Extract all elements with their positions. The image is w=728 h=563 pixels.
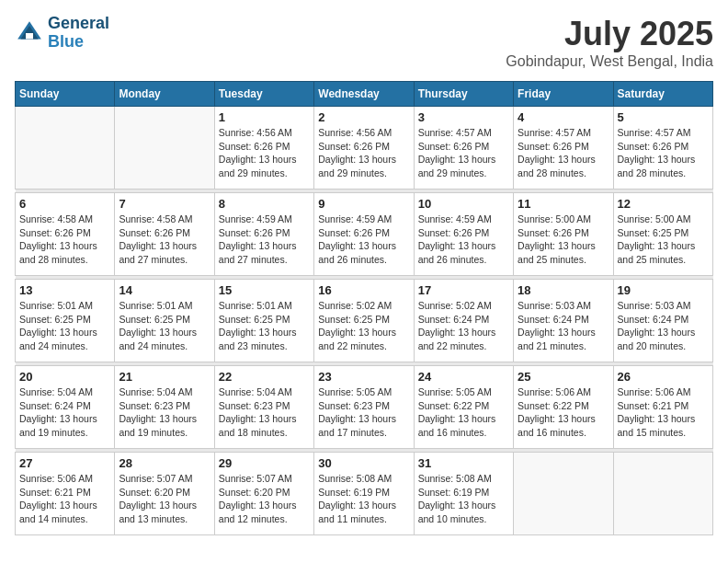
day-number: 10: [418, 197, 509, 211]
calendar-cell-w5-d7: [613, 453, 712, 535]
month-year-title: July 2025: [506, 15, 713, 53]
calendar-cell-w1-d7: 5Sunrise: 4:57 AMSunset: 6:26 PMDaylight…: [613, 107, 712, 190]
day-number: 9: [318, 197, 409, 211]
calendar-cell-w4-d5: 24Sunrise: 5:05 AMSunset: 6:22 PMDayligh…: [414, 366, 513, 449]
week-row-1: 1Sunrise: 4:56 AMSunset: 6:26 PMDaylight…: [16, 107, 713, 190]
cell-sun-info: Sunrise: 5:04 AMSunset: 6:24 PMDaylight:…: [19, 385, 110, 440]
calendar-cell-w3-d7: 19Sunrise: 5:03 AMSunset: 6:24 PMDayligh…: [613, 280, 712, 362]
calendar-cell-w1-d6: 4Sunrise: 4:57 AMSunset: 6:26 PMDaylight…: [514, 107, 613, 190]
day-number: 19: [618, 283, 709, 297]
calendar-cell-w2-d3: 8Sunrise: 4:59 AMSunset: 6:26 PMDaylight…: [214, 193, 313, 276]
cell-sun-info: Sunrise: 5:03 AMSunset: 6:24 PMDaylight:…: [518, 299, 609, 353]
cell-sun-info: Sunrise: 4:57 AMSunset: 6:26 PMDaylight:…: [618, 126, 709, 180]
cell-sun-info: Sunrise: 5:02 AMSunset: 6:25 PMDaylight:…: [318, 299, 409, 353]
cell-sun-info: Sunrise: 5:04 AMSunset: 6:23 PMDaylight:…: [119, 385, 210, 440]
weekday-header-row: Sunday Monday Tuesday Wednesday Thursday…: [16, 82, 713, 107]
cell-sun-info: Sunrise: 5:06 AMSunset: 6:21 PMDaylight:…: [19, 472, 110, 526]
header-thursday: Thursday: [414, 82, 513, 107]
cell-sun-info: Sunrise: 5:01 AMSunset: 6:25 PMDaylight:…: [219, 299, 310, 353]
calendar-cell-w2-d7: 12Sunrise: 5:00 AMSunset: 6:25 PMDayligh…: [613, 193, 712, 276]
calendar-cell-w4-d7: 26Sunrise: 5:06 AMSunset: 6:21 PMDayligh…: [613, 366, 712, 449]
cell-sun-info: Sunrise: 4:59 AMSunset: 6:26 PMDaylight:…: [418, 213, 509, 267]
day-number: 28: [119, 456, 210, 470]
cell-sun-info: Sunrise: 4:56 AMSunset: 6:26 PMDaylight:…: [219, 126, 310, 180]
day-number: 5: [618, 110, 709, 124]
day-number: 23: [318, 370, 409, 384]
cell-sun-info: Sunrise: 4:57 AMSunset: 6:26 PMDaylight:…: [418, 126, 509, 180]
week-row-4: 20Sunrise: 5:04 AMSunset: 6:24 PMDayligh…: [16, 366, 713, 449]
day-number: 26: [618, 370, 709, 384]
calendar-cell-w4-d6: 25Sunrise: 5:06 AMSunset: 6:22 PMDayligh…: [514, 366, 613, 449]
calendar-cell-w4-d2: 21Sunrise: 5:04 AMSunset: 6:23 PMDayligh…: [115, 366, 214, 449]
day-number: 21: [119, 370, 210, 384]
cell-sun-info: Sunrise: 5:08 AMSunset: 6:19 PMDaylight:…: [418, 472, 509, 526]
logo-text: General Blue: [48, 15, 109, 52]
day-number: 4: [518, 110, 609, 124]
week-row-5: 27Sunrise: 5:06 AMSunset: 6:21 PMDayligh…: [16, 453, 713, 535]
day-number: 29: [219, 456, 310, 470]
calendar-cell-w5-d5: 31Sunrise: 5:08 AMSunset: 6:19 PMDayligh…: [414, 453, 513, 535]
day-number: 3: [418, 110, 509, 124]
day-number: 27: [19, 456, 110, 470]
calendar-cell-w2-d2: 7Sunrise: 4:58 AMSunset: 6:26 PMDaylight…: [115, 193, 214, 276]
day-number: 14: [119, 283, 210, 297]
cell-sun-info: Sunrise: 5:01 AMSunset: 6:25 PMDaylight:…: [19, 299, 110, 353]
day-number: 6: [19, 197, 110, 211]
cell-sun-info: Sunrise: 5:06 AMSunset: 6:22 PMDaylight:…: [518, 385, 609, 440]
day-number: 22: [219, 370, 310, 384]
calendar-cell-w2-d1: 6Sunrise: 4:58 AMSunset: 6:26 PMDaylight…: [16, 193, 115, 276]
day-number: 8: [219, 197, 310, 211]
cell-sun-info: Sunrise: 5:00 AMSunset: 6:25 PMDaylight:…: [618, 213, 709, 267]
cell-sun-info: Sunrise: 5:06 AMSunset: 6:21 PMDaylight:…: [618, 385, 709, 440]
calendar-table: Sunday Monday Tuesday Wednesday Thursday…: [15, 81, 713, 535]
cell-sun-info: Sunrise: 5:05 AMSunset: 6:22 PMDaylight:…: [418, 385, 509, 440]
cell-sun-info: Sunrise: 5:07 AMSunset: 6:20 PMDaylight:…: [219, 472, 310, 526]
day-number: 25: [518, 370, 609, 384]
calendar-cell-w1-d1: [16, 107, 115, 190]
calendar-cell-w1-d5: 3Sunrise: 4:57 AMSunset: 6:26 PMDaylight…: [414, 107, 513, 190]
week-row-3: 13Sunrise: 5:01 AMSunset: 6:25 PMDayligh…: [16, 280, 713, 362]
cell-sun-info: Sunrise: 5:01 AMSunset: 6:25 PMDaylight:…: [119, 299, 210, 353]
cell-sun-info: Sunrise: 4:57 AMSunset: 6:26 PMDaylight:…: [518, 126, 609, 180]
calendar-cell-w5-d1: 27Sunrise: 5:06 AMSunset: 6:21 PMDayligh…: [16, 453, 115, 535]
calendar-cell-w3-d4: 16Sunrise: 5:02 AMSunset: 6:25 PMDayligh…: [314, 280, 414, 362]
calendar-cell-w1-d3: 1Sunrise: 4:56 AMSunset: 6:26 PMDaylight…: [214, 107, 313, 190]
header-monday: Monday: [115, 82, 214, 107]
title-block: July 2025 Gobindapur, West Bengal, India: [506, 15, 713, 70]
day-number: 7: [119, 197, 210, 211]
cell-sun-info: Sunrise: 5:00 AMSunset: 6:26 PMDaylight:…: [518, 213, 609, 267]
calendar-cell-w2-d6: 11Sunrise: 5:00 AMSunset: 6:26 PMDayligh…: [514, 193, 613, 276]
day-number: 12: [618, 197, 709, 211]
day-number: 2: [318, 110, 409, 124]
day-number: 31: [418, 456, 509, 470]
day-number: 1: [219, 110, 310, 124]
cell-sun-info: Sunrise: 4:56 AMSunset: 6:26 PMDaylight:…: [318, 126, 409, 180]
day-number: 30: [318, 456, 409, 470]
day-number: 20: [19, 370, 110, 384]
calendar-cell-w1-d4: 2Sunrise: 4:56 AMSunset: 6:26 PMDaylight…: [314, 107, 414, 190]
day-number: 13: [19, 283, 110, 297]
day-number: 11: [518, 197, 609, 211]
cell-sun-info: Sunrise: 4:59 AMSunset: 6:26 PMDaylight:…: [318, 213, 409, 267]
calendar-cell-w3-d5: 17Sunrise: 5:02 AMSunset: 6:24 PMDayligh…: [414, 280, 513, 362]
location-title: Gobindapur, West Bengal, India: [506, 53, 713, 70]
calendar-cell-w2-d5: 10Sunrise: 4:59 AMSunset: 6:26 PMDayligh…: [414, 193, 513, 276]
calendar-cell-w3-d6: 18Sunrise: 5:03 AMSunset: 6:24 PMDayligh…: [514, 280, 613, 362]
cell-sun-info: Sunrise: 5:04 AMSunset: 6:23 PMDaylight:…: [219, 385, 310, 440]
day-number: 24: [418, 370, 509, 384]
calendar-cell-w1-d2: [115, 107, 214, 190]
calendar-cell-w3-d2: 14Sunrise: 5:01 AMSunset: 6:25 PMDayligh…: [115, 280, 214, 362]
week-row-2: 6Sunrise: 4:58 AMSunset: 6:26 PMDaylight…: [16, 193, 713, 276]
header-sunday: Sunday: [16, 82, 115, 107]
day-number: 16: [318, 283, 409, 297]
calendar-cell-w3-d1: 13Sunrise: 5:01 AMSunset: 6:25 PMDayligh…: [16, 280, 115, 362]
calendar-cell-w4-d1: 20Sunrise: 5:04 AMSunset: 6:24 PMDayligh…: [16, 366, 115, 449]
cell-sun-info: Sunrise: 5:05 AMSunset: 6:23 PMDaylight:…: [318, 385, 409, 440]
header-friday: Friday: [514, 82, 613, 107]
cell-sun-info: Sunrise: 4:58 AMSunset: 6:26 PMDaylight:…: [119, 213, 210, 267]
header-saturday: Saturday: [613, 82, 712, 107]
calendar-cell-w4-d4: 23Sunrise: 5:05 AMSunset: 6:23 PMDayligh…: [314, 366, 414, 449]
day-number: 15: [219, 283, 310, 297]
calendar-cell-w5-d2: 28Sunrise: 5:07 AMSunset: 6:20 PMDayligh…: [115, 453, 214, 535]
header-tuesday: Tuesday: [214, 82, 313, 107]
